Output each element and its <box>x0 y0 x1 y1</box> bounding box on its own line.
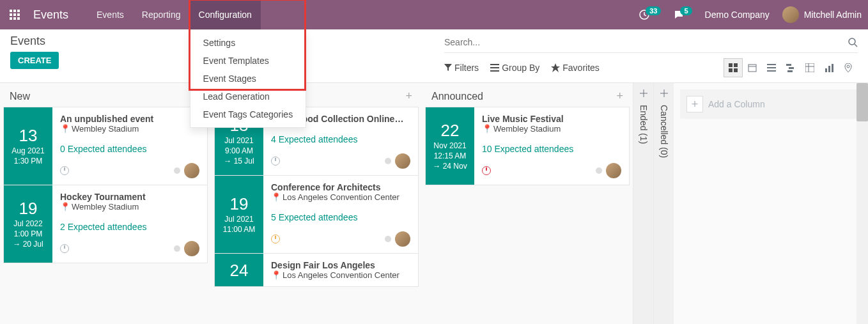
nav-item-configuration-label: Configuration <box>199 10 252 20</box>
svg-rect-17 <box>729 68 732 72</box>
card-location-text: Wembley Stadium <box>493 124 561 134</box>
card-time: 1:00 PM <box>14 229 43 238</box>
kanban-card[interactable]: 22 Nov 2021 12:15 AM → 24 Nov Live Music… <box>425 107 630 185</box>
card-attendees[interactable]: 10 Expected attendees <box>482 144 621 154</box>
filters-button[interactable]: Filters <box>444 63 479 73</box>
favorites-button[interactable]: Favorites <box>551 63 600 73</box>
plus-box-icon: + <box>686 96 703 112</box>
pin-icon: 📍 <box>271 270 281 280</box>
svg-rect-31 <box>828 66 830 72</box>
svg-rect-30 <box>825 68 827 72</box>
card-location-text: Los Angeles Convention Center <box>283 270 399 280</box>
card-time: 9:00 AM <box>225 146 253 155</box>
dropdown-item-event-stages[interactable]: Event Stages <box>190 70 306 88</box>
add-column-button[interactable]: + Add a Column <box>680 89 862 119</box>
view-kanban-icon[interactable] <box>724 58 743 77</box>
view-graph-icon[interactable] <box>819 58 839 77</box>
column-add-icon[interactable]: + <box>616 89 623 103</box>
plus-icon <box>660 89 668 97</box>
kanban-card[interactable]: 24 Design Fair Los Angeles 📍Los Angeles … <box>214 253 419 287</box>
card-attendees[interactable]: 2 Expected attendees <box>60 222 199 232</box>
groupby-button[interactable]: Group By <box>490 63 539 73</box>
card-end: → 24 Nov <box>433 162 467 171</box>
svg-rect-1 <box>13 10 16 12</box>
kanban-column-ended-folded[interactable]: Ended (1) <box>633 83 653 324</box>
responsible-avatar-icon[interactable] <box>606 163 621 178</box>
kanban-card[interactable]: 19 Jul 2021 11:00 AM Conference for Arch… <box>214 175 419 253</box>
pin-icon: 📍 <box>60 124 70 134</box>
card-time: 11:00 AM <box>223 225 256 234</box>
card-attendees[interactable]: 4 Expected attendees <box>271 134 410 144</box>
svg-rect-14 <box>490 70 499 72</box>
responsible-avatar-icon[interactable] <box>184 241 199 256</box>
svg-rect-2 <box>17 10 20 12</box>
kanban-card[interactable]: 13 Aug 2021 1:30 PM An unpublished event… <box>3 107 208 185</box>
add-column-area: + Add a Column <box>674 83 868 324</box>
scrollbar[interactable] <box>856 83 868 324</box>
kanban-board: New + 13 Aug 2021 1:30 PM An unpublished… <box>0 83 868 324</box>
activity-clock-icon[interactable] <box>271 235 280 243</box>
activity-clock-icon[interactable] <box>482 166 491 175</box>
search-input[interactable] <box>444 35 848 50</box>
scrollbar-thumb[interactable] <box>856 83 868 121</box>
card-month: Nov 2021 <box>433 141 466 150</box>
nav-item-events[interactable]: Events <box>88 0 133 29</box>
state-dot-icon[interactable] <box>174 167 180 174</box>
view-map-icon[interactable] <box>839 58 858 77</box>
state-dot-icon[interactable] <box>385 158 391 164</box>
activities-button[interactable]: 33 <box>633 0 667 29</box>
kanban-card[interactable]: 19 Jul 2022 1:00 PM → 20 Jul Hockey Tour… <box>3 185 208 263</box>
create-button[interactable]: CREATE <box>10 52 59 69</box>
activity-clock-icon[interactable] <box>60 244 69 253</box>
view-gantt-icon[interactable] <box>781 58 800 77</box>
card-month: Aug 2021 <box>12 146 44 155</box>
responsible-avatar-icon[interactable] <box>395 153 410 169</box>
card-attendees[interactable]: 5 Expected attendees <box>271 212 410 222</box>
card-title: Conference for Architects <box>271 182 405 192</box>
state-dot-icon[interactable] <box>385 236 391 242</box>
pin-icon: 📍 <box>60 202 70 212</box>
activity-clock-icon[interactable] <box>271 157 280 166</box>
card-title: An unpublished event <box>60 114 194 124</box>
responsible-avatar-icon[interactable] <box>395 231 410 247</box>
card-attendees[interactable]: 0 Expected attendees <box>60 144 199 154</box>
svg-point-33 <box>847 65 849 68</box>
view-calendar-icon[interactable] <box>743 58 762 77</box>
view-pivot-icon[interactable] <box>800 58 819 77</box>
card-date-block: 19 Jul 2021 11:00 AM <box>215 176 263 253</box>
user-name: Mitchell Admin <box>804 10 862 20</box>
nav-item-reporting[interactable]: Reporting <box>133 0 190 29</box>
view-switcher <box>724 58 858 77</box>
card-title: Hockey Tournament <box>60 192 194 202</box>
user-menu[interactable]: Mitchell Admin <box>776 0 868 29</box>
responsible-avatar-icon[interactable] <box>184 163 199 178</box>
dropdown-item-event-tags-categories[interactable]: Event Tags Categories <box>190 105 306 123</box>
groupby-label: Group By <box>502 63 539 73</box>
column-title[interactable]: Announced <box>431 91 483 102</box>
nav-item-configuration[interactable]: Configuration Settings Event Templates E… <box>190 0 261 29</box>
card-day: 13 <box>19 127 38 144</box>
dropdown-item-event-templates[interactable]: Event Templates <box>190 52 306 70</box>
dropdown-item-lead-generation[interactable]: Lead Generation <box>190 88 306 105</box>
svg-rect-15 <box>729 63 732 67</box>
activity-clock-icon[interactable] <box>60 166 69 175</box>
dropdown-item-settings[interactable]: Settings <box>190 34 306 52</box>
nav-brand[interactable]: Events <box>29 8 88 22</box>
kanban-column-cancelled-folded[interactable]: Cancelled (0) <box>653 83 674 324</box>
state-dot-icon[interactable] <box>596 167 602 174</box>
company-switcher[interactable]: Demo Company <box>699 0 776 29</box>
card-title: Design Fair Los Angeles <box>271 260 405 270</box>
state-dot-icon[interactable] <box>174 245 180 252</box>
card-month: Jul 2021 <box>224 136 253 145</box>
apps-icon[interactable] <box>0 0 29 29</box>
view-list-icon[interactable] <box>762 58 781 77</box>
column-add-icon[interactable]: + <box>405 89 412 103</box>
card-location: 📍Wembley Stadium <box>60 202 199 212</box>
search-icon[interactable] <box>848 37 858 47</box>
card-day: 22 <box>441 122 460 139</box>
svg-rect-27 <box>805 63 814 72</box>
messages-button[interactable]: 5 <box>667 0 698 29</box>
activities-badge: 33 <box>646 6 661 15</box>
column-title[interactable]: New <box>10 91 30 102</box>
card-title: Live Music Festival <box>482 114 616 124</box>
